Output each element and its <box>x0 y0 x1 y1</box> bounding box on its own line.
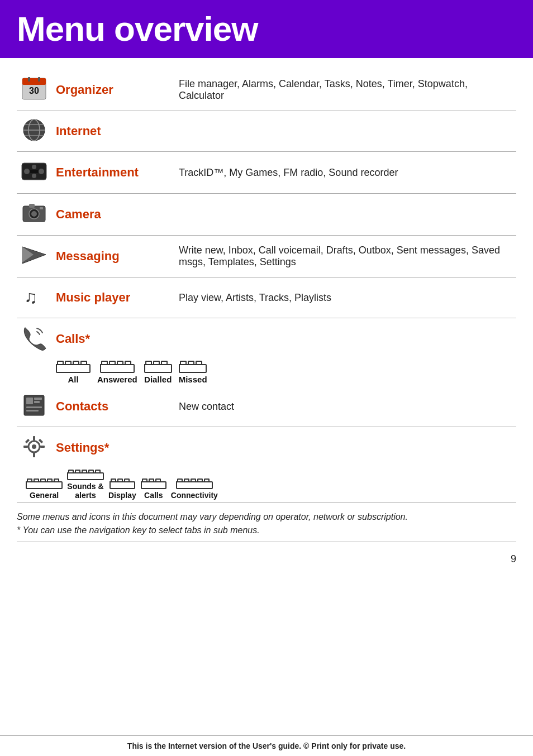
settings-tab-general[interactable]: General <box>26 479 63 500</box>
organizer-icon: 30 <box>21 76 47 102</box>
settings-tab-calls[interactable]: Calls <box>141 479 166 500</box>
calls-tabs-container: All <box>21 361 512 384</box>
page-title: Menu overview <box>17 10 516 48</box>
calls-tab-dialled-label: Dialled <box>144 375 172 384</box>
messaging-label: Messaging <box>56 249 120 263</box>
contacts-icon-cell <box>17 386 51 427</box>
settings-label: Settings* <box>56 441 109 454</box>
svg-rect-33 <box>33 436 35 441</box>
calls-tabs-row: All <box>17 360 516 386</box>
settings-tab-display-label: Display <box>108 491 136 500</box>
organizer-desc: File manager, Alarms, Calendar, Tasks, N… <box>174 69 516 111</box>
settings-tab-connectivity[interactable]: Connectivity <box>171 479 218 500</box>
table-row: Camera <box>17 194 516 236</box>
contacts-row: Contacts New contact <box>17 386 516 427</box>
footnote-line1: Some menus and icons in this document ma… <box>17 512 408 521</box>
settings-tab-sounds[interactable]: Sounds & alerts <box>67 470 104 500</box>
calls-tab-dialled[interactable]: Dialled <box>144 361 172 384</box>
settings-row: Settings* <box>17 427 516 469</box>
svg-rect-16 <box>30 170 39 173</box>
internet-label: Internet <box>56 124 101 138</box>
svg-rect-21 <box>40 207 43 209</box>
page-number: 9 <box>0 542 533 576</box>
svg-rect-36 <box>40 446 45 448</box>
svg-point-19 <box>31 211 37 217</box>
internet-desc <box>174 111 516 152</box>
settings-label-cell: Settings* <box>51 427 516 469</box>
svg-point-13 <box>32 165 36 169</box>
main-content: 30 Organizer File manager, Alarms, Calen… <box>0 69 533 542</box>
settings-tab-connectivity-label: Connectivity <box>171 491 218 500</box>
musicplayer-desc: Play view, Artists, Tracks, Playlists <box>174 277 516 318</box>
svg-rect-34 <box>33 453 35 457</box>
svg-point-32 <box>32 444 36 449</box>
entertainment-desc: TrackID™, My Games, FM radio, Sound reco… <box>174 152 516 194</box>
svg-rect-27 <box>34 398 42 400</box>
internet-icon-cell <box>17 111 51 152</box>
contacts-label-cell: Contacts <box>51 386 174 427</box>
musicplayer-label: Music player <box>56 290 130 304</box>
table-row: Messaging Write new, Inbox, Call voicema… <box>17 236 516 277</box>
settings-tab-display[interactable]: Display <box>108 479 136 500</box>
settings-tabs-cell: General <box>17 468 516 503</box>
calls-tab-all[interactable]: All <box>56 361 91 384</box>
footnote-cell: Some menus and icons in this document ma… <box>17 503 516 542</box>
svg-rect-20 <box>29 204 35 208</box>
table-row: Internet <box>17 111 516 152</box>
entertainment-label-cell: Entertainment <box>51 152 174 194</box>
svg-rect-26 <box>26 398 33 404</box>
calls-icon-cell <box>17 318 51 360</box>
contacts-label: Contacts <box>56 399 108 413</box>
musicplayer-icon: ♫ <box>22 284 46 309</box>
musicplayer-label-cell: Music player <box>51 277 174 318</box>
svg-point-12 <box>39 169 44 174</box>
calls-icon <box>21 325 47 351</box>
calls-tab-answered[interactable]: Answered <box>97 361 137 384</box>
svg-text:♫: ♫ <box>24 287 37 307</box>
organizer-icon-cell: 30 <box>17 69 51 111</box>
internet-label-cell: Internet <box>51 111 174 152</box>
calls-label: Calls* <box>56 332 90 346</box>
settings-icon-cell <box>17 427 51 469</box>
calls-tab-all-label: All <box>68 375 78 384</box>
calls-tab-answered-label: Answered <box>97 375 137 384</box>
settings-tab-sounds-label: Sounds & alerts <box>67 482 103 500</box>
page-header: Menu overview <box>0 0 533 58</box>
svg-text:30: 30 <box>29 86 39 95</box>
organizer-label: Organizer <box>56 83 113 97</box>
footer-text: This is the Internet version of the User… <box>127 741 406 750</box>
svg-rect-28 <box>34 401 40 403</box>
camera-label-cell: Camera <box>51 194 174 236</box>
settings-tabs-container: General <box>21 470 512 500</box>
camera-icon <box>21 200 47 226</box>
svg-rect-1 <box>22 78 46 85</box>
table-row: Entertainment TrackID™, My Games, FM rad… <box>17 152 516 194</box>
messaging-icon <box>21 242 47 268</box>
footnote-line2: * You can use the navigation key to sele… <box>17 525 260 535</box>
organizer-label-cell: Organizer <box>51 69 174 111</box>
musicplayer-icon-cell: ♫ <box>17 277 51 318</box>
settings-tab-general-label: General <box>30 491 59 500</box>
settings-tabs-row: General <box>17 468 516 503</box>
messaging-desc: Write new, Inbox, Call voicemail, Drafts… <box>174 236 516 277</box>
footnote: Some menus and icons in this document ma… <box>17 510 516 537</box>
table-row: ♫ Music player Play view, Artists, Track… <box>17 277 516 318</box>
table-row: 30 Organizer File manager, Alarms, Calen… <box>17 69 516 111</box>
menu-table: 30 Organizer File manager, Alarms, Calen… <box>17 69 516 542</box>
footer-bar: This is the Internet version of the User… <box>0 735 533 756</box>
calls-label-cell: Calls* <box>51 318 516 360</box>
settings-tab-calls-label: Calls <box>144 491 163 500</box>
footnote-row: Some menus and icons in this document ma… <box>17 503 516 542</box>
calls-tab-missed-label: Missed <box>179 375 207 384</box>
svg-point-14 <box>32 174 36 178</box>
settings-icon <box>21 434 47 460</box>
calls-tab-missed[interactable]: Missed <box>179 361 207 384</box>
messaging-icon-cell <box>17 236 51 277</box>
calls-tabs-cell: All <box>17 360 516 386</box>
svg-rect-30 <box>26 410 39 412</box>
entertainment-icon <box>21 159 47 184</box>
svg-rect-35 <box>23 446 28 448</box>
contacts-desc: New contact <box>174 386 516 427</box>
svg-rect-3 <box>28 77 30 82</box>
entertainment-label: Entertainment <box>56 165 139 179</box>
